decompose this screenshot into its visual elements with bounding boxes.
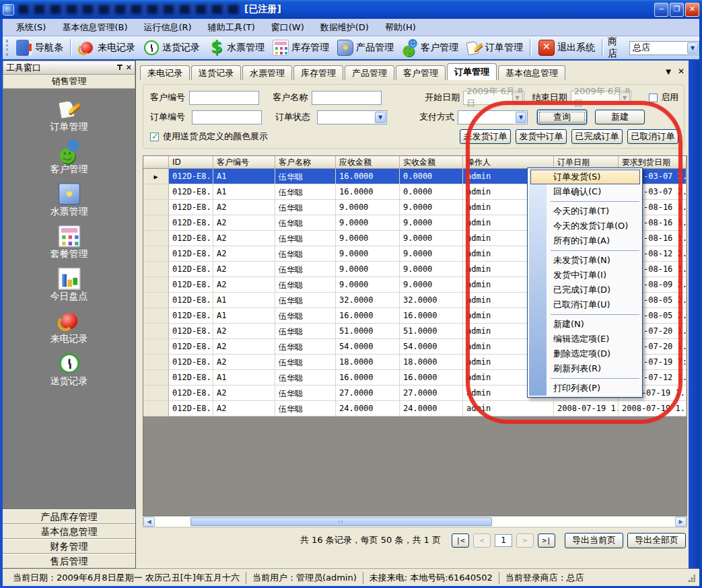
row-selector-cell[interactable]: ▶: [143, 262, 169, 277]
order-status-filter-button[interactable]: 发货中订单: [516, 129, 567, 144]
payment-combobox[interactable]: ▼: [458, 110, 528, 124]
toolbar-button[interactable]: 导航条: [12, 38, 67, 57]
toolbar-button[interactable]: 水票管理: [204, 38, 269, 57]
close-icon[interactable]: ✕: [678, 67, 685, 76]
close-icon[interactable]: ✕: [126, 64, 132, 71]
close-button[interactable]: ✕: [685, 3, 699, 17]
toolbar-button[interactable]: [602, 39, 604, 57]
menu-item[interactable]: 窗口(W): [263, 20, 312, 36]
toolbar-button[interactable]: 退出系统: [534, 38, 599, 57]
column-header-selector[interactable]: [143, 156, 169, 169]
context-menu-item[interactable]: 所有的订单(A): [528, 233, 642, 248]
row-selector-cell[interactable]: ▶: [143, 231, 169, 246]
context-menu-item[interactable]: [528, 376, 642, 381]
next-page-button[interactable]: >: [516, 534, 534, 548]
context-menu-item[interactable]: 删除选定项(D): [528, 346, 642, 361]
tab[interactable]: 水票管理: [242, 65, 292, 80]
scroll-right-icon[interactable]: ▶: [675, 517, 687, 527]
context-menu-item[interactable]: 回单确认(C): [528, 184, 642, 199]
toolbar-button[interactable]: [70, 39, 72, 57]
sidebar-item[interactable]: 套餐管理: [50, 225, 88, 268]
row-selector-cell[interactable]: ▶: [143, 169, 169, 184]
sidebar-item[interactable]: 来电记录: [50, 310, 88, 353]
menu-item[interactable]: 帮助(H): [377, 20, 424, 36]
page-number-input[interactable]: [495, 534, 512, 547]
sidebar-section-bar[interactable]: 产品库存管理: [3, 509, 135, 524]
menu-item[interactable]: 系统(S): [8, 20, 54, 36]
table-row[interactable]: ▶ 012D-E8... A2 伍华聪 24.0000 24.0000 admi…: [143, 401, 687, 416]
context-menu-item[interactable]: [528, 312, 642, 317]
context-menu-item[interactable]: 新建(N): [528, 317, 642, 332]
toolbar-button[interactable]: 来电记录: [75, 38, 139, 57]
tab[interactable]: 客户管理: [396, 65, 446, 80]
row-selector-cell[interactable]: ▶: [143, 308, 169, 324]
column-header-customer-name[interactable]: 客户名称: [275, 156, 336, 169]
context-menu-item[interactable]: [528, 248, 642, 253]
toolbar-button[interactable]: 产品管理: [333, 38, 398, 57]
scroll-left-icon[interactable]: ◀: [143, 517, 155, 527]
horizontal-scrollbar[interactable]: ◀ ▶: [143, 516, 687, 527]
chevron-down-icon[interactable]: ▼: [619, 92, 630, 104]
column-header-receivable[interactable]: 应收金额: [336, 156, 400, 169]
prev-page-button[interactable]: <: [473, 534, 491, 548]
sidebar-item[interactable]: 订单管理: [50, 98, 88, 141]
context-menu-item[interactable]: [528, 199, 642, 204]
column-header-id[interactable]: ID: [169, 156, 213, 169]
row-selector-cell[interactable]: ▶: [143, 200, 169, 215]
tab[interactable]: 送货记录: [191, 65, 241, 80]
order-status-combobox[interactable]: ▼: [317, 110, 387, 124]
column-header-customer-no[interactable]: 客户编号: [213, 156, 275, 169]
new-button[interactable]: 新建: [595, 110, 645, 124]
context-menu-item[interactable]: 发货中订单(I): [528, 268, 642, 283]
sidebar-item[interactable]: 送货记录: [50, 353, 88, 395]
context-menu-item[interactable]: 已取消订单(U): [528, 297, 642, 312]
toolbar-button[interactable]: 库存管理: [269, 38, 333, 57]
pin-icon[interactable]: [116, 64, 123, 71]
context-menu-item[interactable]: 打印列表(P): [528, 381, 642, 396]
chevron-down-icon[interactable]: ▼: [512, 92, 523, 104]
row-selector-cell[interactable]: ▶: [143, 339, 169, 355]
context-menu-item[interactable]: 今天的发货订单(O): [528, 219, 642, 233]
sidebar-section-bar[interactable]: 基本信息管理: [3, 524, 135, 539]
minimize-button[interactable]: ─: [654, 3, 668, 17]
row-selector-cell[interactable]: ▶: [143, 184, 169, 200]
toolbar-button[interactable]: 客户管理: [398, 38, 462, 57]
first-page-button[interactable]: |<: [452, 534, 469, 548]
sidebar-item[interactable]: 客户管理: [50, 141, 88, 183]
sidebar-section-bar[interactable]: 售后管理: [3, 554, 135, 568]
chevron-down-icon[interactable]: ▼: [687, 42, 698, 54]
row-selector-cell[interactable]: ▶: [143, 246, 169, 262]
export-all-pages-button[interactable]: 导出全部页: [627, 533, 686, 548]
toolbar-button[interactable]: 送货记录: [139, 38, 204, 57]
toolbar-button[interactable]: [530, 39, 532, 57]
row-selector-cell[interactable]: ▶: [143, 277, 169, 293]
row-selector-cell[interactable]: ▶: [143, 385, 169, 401]
tab[interactable]: 基本信息管理: [498, 65, 565, 80]
menu-item[interactable]: 辅助工具(T): [200, 20, 263, 36]
column-header-received[interactable]: 实收金额: [400, 156, 463, 169]
context-menu-item[interactable]: 未发货订单(N): [528, 253, 642, 268]
row-selector-cell[interactable]: ▶: [143, 215, 169, 231]
last-page-button[interactable]: >|: [538, 534, 555, 548]
menu-item[interactable]: 运行信息(R): [135, 20, 199, 36]
chevron-down-icon[interactable]: ▼: [666, 68, 671, 75]
export-current-page-button[interactable]: 导出当前页: [565, 533, 623, 548]
row-selector-cell[interactable]: ▶: [143, 370, 169, 385]
color-display-checkbox[interactable]: [150, 133, 159, 141]
tab[interactable]: 库存管理: [293, 65, 343, 80]
shop-combobox[interactable]: 总店 ▼: [629, 41, 699, 55]
toolbar-button[interactable]: 订单管理: [462, 38, 527, 57]
row-selector-cell[interactable]: ▶: [143, 355, 169, 370]
toolbar-drag-handle[interactable]: [6, 40, 9, 56]
resize-grip[interactable]: [687, 574, 695, 582]
menu-item[interactable]: 数据维护(D): [312, 20, 377, 36]
query-button[interactable]: 查询: [537, 110, 587, 124]
tab[interactable]: 来电记录: [140, 65, 190, 80]
context-menu-item[interactable]: 订单发货(S): [530, 170, 640, 184]
context-menu-item[interactable]: 已完成订单(D): [528, 283, 642, 297]
chevron-down-icon[interactable]: ▼: [375, 112, 386, 123]
sidebar-item[interactable]: 今日盘点: [50, 268, 88, 310]
end-date-picker[interactable]: 2009年 6月 8日 ▼: [571, 91, 631, 105]
sidebar-section-bar[interactable]: 财务管理: [3, 539, 135, 554]
customer-name-input[interactable]: [312, 91, 382, 105]
